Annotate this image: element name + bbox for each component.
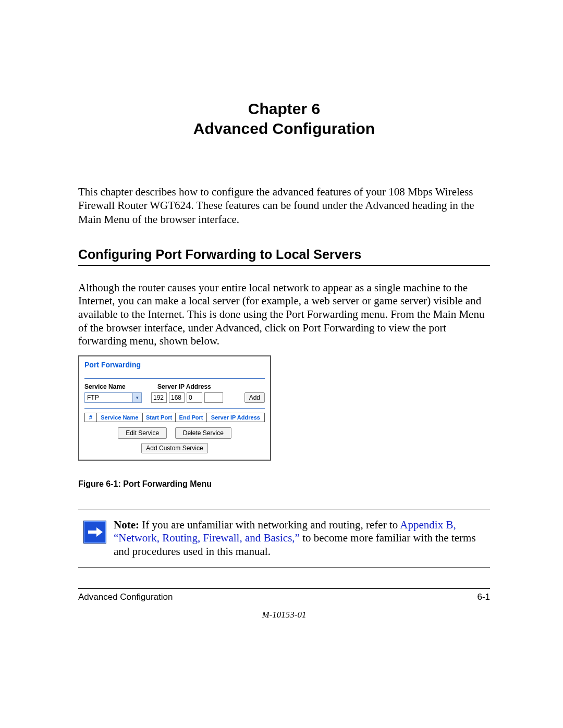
ip-octet-4[interactable] [204,392,223,403]
chapter-line-1: Chapter 6 [78,99,490,119]
panel-input-row: FTP ▾ 192 168 0 Add [84,392,265,409]
figure-caption: Figure 6-1: Port Forwarding Menu [78,479,490,489]
delete-service-button[interactable]: Delete Service [175,427,231,439]
server-ip-label: Server IP Address [157,383,211,390]
col-server-ip: Server IP Address [206,413,264,422]
panel-button-row-2: Add Custom Service [84,443,265,453]
body-paragraph-1: Although the router causes your entire l… [78,281,490,348]
ip-octet-1[interactable]: 192 [151,392,167,403]
svg-marker-1 [96,527,103,537]
col-service-name: Service Name [97,413,143,422]
note-box: Note: If you are unfamiliar with network… [78,510,490,567]
panel-title: Port Forwarding [84,361,265,379]
document-number: M-10153-01 [78,610,490,620]
panel-labels-row: Service Name Server IP Address [84,383,265,390]
footer-left: Advanced Configuration [78,592,173,602]
chevron-down-icon: ▾ [132,393,141,402]
note-pre: If you are unfamiliar with networking an… [139,519,400,531]
service-name-value: FTP [87,394,99,401]
intro-paragraph: This chapter describes how to configure … [78,185,490,226]
chapter-heading: Chapter 6 Advanced Configuration [78,99,490,138]
chapter-line-2: Advanced Configuration [78,119,490,139]
col-end-port: End Port [176,413,206,422]
port-forwarding-table: # Service Name Start Port End Port Serve… [84,413,265,422]
ip-octet-2[interactable]: 168 [169,392,185,403]
page: Chapter 6 Advanced Configuration This ch… [0,0,563,728]
section-heading: Configuring Port Forwarding to Local Ser… [78,247,490,266]
add-button[interactable]: Add [244,392,265,403]
add-custom-service-button[interactable]: Add Custom Service [141,443,207,453]
port-forwarding-panel: Port Forwarding Service Name Server IP A… [78,355,271,461]
arrow-right-icon [83,521,106,544]
table-header-row: # Service Name Start Port End Port Serve… [85,413,265,422]
panel-button-row: Edit Service Delete Service [84,427,265,439]
col-hash: # [85,413,97,422]
footer-row: Advanced Configuration 6-1 [78,589,490,602]
footer-page-number: 6-1 [477,592,490,602]
note-text: Note: If you are unfamiliar with network… [114,519,484,559]
service-name-label: Service Name [84,383,157,390]
col-start-port: Start Port [142,413,176,422]
ip-octet-3[interactable]: 0 [187,392,202,403]
svg-rect-0 [88,530,96,534]
edit-service-button[interactable]: Edit Service [118,427,167,439]
note-label: Note: [114,519,139,531]
service-name-select[interactable]: FTP ▾ [84,392,142,403]
